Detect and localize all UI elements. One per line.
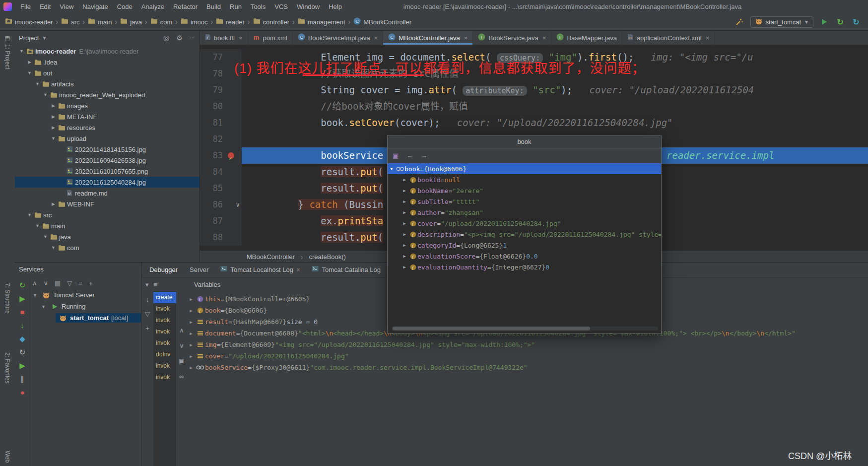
chevron-down-icon[interactable]: ▼ [31,293,39,298]
menu-tools[interactable]: Tools [246,0,270,13]
services-tree-row[interactable]: start_tomcat [local] [30,312,141,324]
chevron-down-icon[interactable]: ▼ [42,35,47,41]
project-tree-row[interactable]: 20220116101057655.png [15,166,200,177]
editor-gutter[interactable]: 88 [200,229,242,246]
editor-tab-pom.xml[interactable]: mpom.xml [248,31,293,45]
editor-tab-applicationcontext.xml[interactable]: <>applicationContext.xml× [622,31,715,45]
project-tree-row[interactable]: ▼main [15,220,200,231]
fold-icon[interactable]: ∨ [236,197,240,213]
variables-strip-icon[interactable]: ▣ [179,357,185,365]
chevron-right-icon[interactable]: ▶ [187,308,195,313]
popup-field-row[interactable]: ▶fbookId = null [388,174,661,185]
wand-icon[interactable] [734,17,744,27]
variables-strip-icon[interactable]: ∨ [179,342,184,349]
debug-action-icon[interactable]: ↻ [19,348,26,356]
debug-action-icon[interactable]: ■ [20,308,24,316]
stack-frame-row[interactable]: doInv [153,349,176,360]
chevron-right-icon[interactable]: ▶ [401,188,408,193]
breadcrumb-item-controller[interactable]: controller [253,18,289,26]
close-icon[interactable]: × [542,34,546,42]
menu-view[interactable]: View [55,0,78,13]
breadcrumb-method[interactable]: createBook() [309,253,346,261]
editor-gutter[interactable]: 84 [200,164,242,180]
debug-action-icon[interactable]: ↻ [19,281,26,289]
breadcrumb-item-management[interactable]: management [298,18,345,26]
project-tree-row[interactable]: ▼upload [15,133,200,144]
project-tree-row[interactable]: ▶META-INF [15,111,200,122]
services-toolbar-icon[interactable]: ▦ [55,279,61,287]
debug-tab-tomcat-catalina-log[interactable]: Tomcat Catalina Log [307,263,386,277]
chevron-down-icon[interactable]: ▼ [26,70,33,75]
menu-help[interactable]: Help [324,0,346,13]
editor-gutter[interactable]: 82 [200,131,242,147]
frames-tool-icon[interactable]: + [145,325,149,332]
editor-gutter[interactable]: 87 [200,213,242,229]
stack-frame-row[interactable]: invok [153,360,176,372]
chevron-down-icon[interactable]: ▼ [50,136,57,141]
debug-action-icon[interactable]: ▶ [19,295,25,303]
close-icon[interactable]: × [374,34,378,42]
chevron-right-icon[interactable]: ▶ [187,297,195,302]
breadcrumb-item-src[interactable]: src [61,18,79,26]
project-tree-row[interactable]: 20220114181415156.jpg [15,144,200,155]
editor-gutter[interactable]: 86∨ [200,197,242,213]
back-icon[interactable]: ← [406,152,413,159]
editor-gutter[interactable]: 81 [200,115,242,131]
breadcrumb-item-main[interactable]: main [88,18,112,26]
project-panel-title[interactable]: Project [19,34,39,42]
toolwindow-tab-web[interactable]: Web [0,451,15,463]
popup-field-row[interactable]: ▶fauthor = "zhangsan" [388,207,661,218]
chevron-right-icon[interactable]: ▶ [26,60,33,65]
chevron-right-icon[interactable]: ▶ [401,221,408,226]
chevron-right-icon[interactable]: ▶ [401,210,408,215]
debug-tab-debugger[interactable]: Debugger [144,263,183,277]
project-tree-row[interactable]: ▶.idea [15,57,200,67]
variable-row[interactable]: ▶img = {Element@6609} "<img src="/upload… [187,339,868,350]
popup-field-row[interactable]: ▶fbookName = "2erere" [388,185,661,196]
chevron-down-icon[interactable]: ▼ [18,49,25,54]
popup-field-row[interactable]: ▶fevaluationScore = {Float@6626} 0.0 [388,251,661,262]
services-tree-row[interactable]: ▼Running [30,301,141,312]
project-tree-row[interactable]: ▼artifacts [15,78,200,89]
stack-frame-row[interactable]: create [153,292,176,303]
services-toolbar-icon[interactable]: ∨ [44,279,49,287]
services-toolbar-icon[interactable]: ≡ [78,279,82,287]
chevron-right-icon[interactable]: ▶ [50,114,57,119]
chevron-right-icon[interactable]: ▶ [50,103,57,108]
editor-tab-book.ftl[interactable]: Fbook.ftl× [200,31,248,45]
variables-strip-icon[interactable]: ∧ [179,327,184,334]
menu-analyze[interactable]: Analyze [137,0,169,13]
chevron-right-icon[interactable]: ▶ [187,342,195,347]
chevron-down-icon[interactable]: ▼ [42,92,49,97]
chevron-right-icon[interactable]: ▶ [187,331,195,336]
chevron-down-icon[interactable]: ▼ [388,166,396,171]
popup-root-row[interactable]: ▼book = {Book@6606} [388,163,661,174]
project-tree-row[interactable]: ▶images [15,100,200,111]
hide-panel-icon[interactable]: − [188,34,196,42]
chevron-right-icon[interactable]: ▶ [187,365,195,370]
chevron-right-icon[interactable]: ▶ [401,243,408,248]
popup-field-row[interactable]: ▶fcover = "/upload/20220116125040284.jpg… [388,218,661,229]
services-toolbar-icon[interactable]: + [89,279,93,287]
popup-field-row[interactable]: ▶fsubTitle = "ttttt" [388,196,661,207]
popup-hscrollbar[interactable] [392,327,658,331]
breadcrumb-class[interactable]: MBookController [247,253,295,261]
chevron-down-icon[interactable]: ▼ [34,81,41,86]
variable-row[interactable]: ▶cover = "/upload/20220116125040284.jpg" [187,350,868,362]
popup-field-row[interactable]: ▶fevaluationQuantity = {Integer@6627} 0 [388,262,661,272]
app-logo-icon[interactable] [3,2,12,11]
services-toolbar-icon[interactable]: ∧ [32,279,37,287]
project-tree-row[interactable]: 20220116094626538.jpg [15,155,200,166]
variables-strip-icon[interactable]: ∞ [179,373,184,380]
variable-row[interactable]: ▶bookService = {$Proxy30@6611} "com.imoo… [187,362,868,373]
editor-gutter[interactable]: 80 [200,98,242,115]
menu-build[interactable]: Build [202,0,225,13]
debug-tab-server[interactable]: Server [185,263,213,277]
menu-file[interactable]: File [16,0,35,13]
project-tree-row[interactable]: ▶WEB-INF [15,199,200,209]
popup-field-row[interactable]: ▶fcategoryId = {Long@6625} 1 [388,240,661,251]
forward-icon[interactable]: → [421,152,427,159]
stack-frame-row[interactable]: invok [153,303,176,315]
debug-tab-tomcat-localhost-log[interactable]: Tomcat Localhost Log× [215,263,305,277]
breakpoint-icon[interactable] [228,152,234,159]
